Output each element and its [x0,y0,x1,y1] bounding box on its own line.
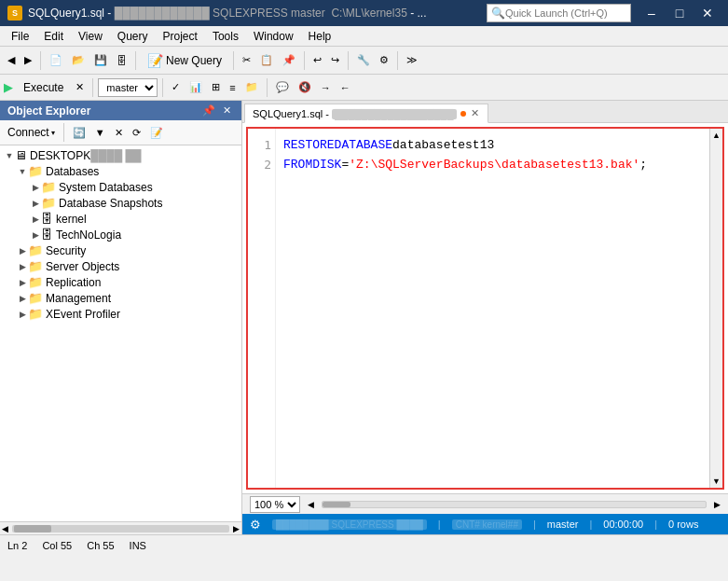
filter-clear-button[interactable]: ✕ [111,125,127,141]
open-button[interactable]: 📂 [68,51,89,69]
vertical-scrollbar[interactable]: ▲ ▼ [709,129,722,488]
oe-scroll-right-btn[interactable]: ▶ [231,524,241,533]
close-button[interactable]: ✕ [694,4,721,22]
tree-item-replication[interactable]: ▶ 📁 Replication [0,274,241,290]
quick-launch-box[interactable]: 🔍 [487,4,631,22]
tree-item-databases[interactable]: ▼ 📁 Databases [0,163,241,179]
back-button[interactable]: ◀ [4,51,19,69]
menu-edit[interactable]: Edit [36,28,71,45]
separator-4 [304,51,305,70]
horizontal-scroll-track[interactable] [322,501,707,508]
redo-button[interactable]: ↪ [327,51,343,69]
undo-button[interactable]: ↩ [309,51,325,69]
code-editor[interactable]: RESTORE DATABASE databasetest13 FROM DIS… [276,129,709,488]
from-keyword: FROM [283,156,312,175]
oe-scroll-thumb [14,525,51,533]
cut-button[interactable]: ✂ [239,51,254,69]
active-tab[interactable]: SQLQuery1.sql - ██████████████████ ✕ [244,104,488,123]
minimize-button[interactable]: – [639,4,665,22]
quick-launch-input[interactable] [505,7,626,19]
status-sep-3: | [589,519,592,530]
refresh-button[interactable]: 🔄 [69,125,89,141]
status-col: Col 55 [42,540,72,551]
file-results-button[interactable]: 📁 [241,78,262,96]
tree-item-db-snapshots[interactable]: ▶ 📁 Database Snapshots [0,195,241,211]
replication-icon: 📁 [28,275,43,289]
forward-button[interactable]: ▶ [21,51,35,69]
tree-item-xevent-profiler[interactable]: ▶ 📁 XEvent Profiler [0,306,241,322]
server-icon: 🖥 [15,148,27,162]
object-explorer-title: Object Explorer [7,104,90,118]
indent-button[interactable]: → [317,79,335,96]
debug-button[interactable]: 🔧 [353,51,374,69]
tree-item-technoLogia[interactable]: ▶ 🗄 TechNoLogia [0,227,241,242]
oe-scroll-left-btn[interactable]: ◀ [0,524,10,533]
tree-item-system-databases[interactable]: ▶ 📁 System Databases [0,179,241,195]
management-label: Management [46,292,111,305]
app-status-bar: Ln 2 Col 55 Ch 55 INS [0,534,728,555]
tree-item-server-objects[interactable]: ▶ 📁 Server Objects [0,258,241,274]
oe-sep-1 [63,123,64,142]
new-query-oe-button[interactable]: 📝 [146,125,167,141]
db-snapshots-icon: 📁 [41,196,56,210]
execute-button[interactable]: Execute [17,78,70,97]
uncomment-button[interactable]: 🔇 [295,78,315,96]
tab-close-button[interactable]: ✕ [470,107,480,119]
replication-label: Replication [46,276,101,289]
settings-button[interactable]: ⚙ [376,51,392,69]
parse-button[interactable]: ✓ [168,78,184,96]
menu-help[interactable]: Help [301,28,339,45]
oe-close-button[interactable]: ✕ [220,104,234,118]
techNoLogia-expand-icon: ▶ [30,229,41,241]
paste-button[interactable]: 📌 [279,51,299,69]
save-button[interactable]: 💾 [90,51,111,69]
separator-3 [233,51,234,70]
tree-item-security[interactable]: ▶ 📁 Security [0,242,241,258]
menu-project[interactable]: Project [156,28,205,45]
oe-pin-button[interactable]: 📌 [199,104,218,118]
outdent-button[interactable]: ← [337,79,354,96]
server-node[interactable]: ▼ 🖥 DESKTOPK████ ██ [0,147,241,163]
scroll-up-btn[interactable]: ▲ [710,129,722,142]
database-selector[interactable]: master [98,78,158,97]
scroll-left-btn[interactable]: ◀ [308,500,314,509]
save-all-button[interactable]: 🗄 [113,52,130,69]
status-mode: INS [130,540,146,551]
menu-query[interactable]: Query [110,28,156,45]
filter-button[interactable]: ▼ [91,125,109,140]
tab-modified-indicator [460,111,466,117]
line-numbers: 1 2 [248,129,276,488]
oe-scroll-track[interactable] [12,525,229,533]
main-layout: Object Explorer 📌 ✕ Connect ▾ 🔄 ▼ ✕ ⟳ 📝 … [0,101,728,534]
cancel-query-button[interactable]: ✕ [72,78,88,96]
grid-button[interactable]: ⊞ [208,78,224,96]
separator-9 [267,78,268,97]
database-keyword: DATABASE [335,136,392,156]
management-expand-icon: ▶ [17,293,28,304]
text-button[interactable]: ≡ [226,79,239,96]
line-num-2: 2 [259,156,271,175]
menu-file[interactable]: File [4,28,36,45]
results-button[interactable]: 📊 [185,78,206,96]
status-rows: 0 rows [668,519,698,530]
scroll-down-btn[interactable]: ▼ [710,475,722,488]
new-file-button[interactable]: 📄 [46,51,66,69]
kernel-expand-icon: ▶ [30,214,41,225]
scroll-right-btn[interactable]: ▶ [714,500,721,509]
maximize-button[interactable]: □ [666,4,693,22]
tree-item-management[interactable]: ▶ 📁 Management [0,290,241,306]
menu-view[interactable]: View [71,28,110,45]
comment-button[interactable]: 💬 [272,78,293,96]
separator-2 [135,51,136,70]
menu-window[interactable]: Window [246,28,301,45]
zoom-selector[interactable]: 100 % [250,496,300,513]
tree-item-kernel[interactable]: ▶ 🗄 kernel [0,211,241,227]
copy-button[interactable]: 📋 [256,51,277,69]
title-server-blurred: ████████████ SQLEXPRESS master C:\ML\ker… [115,7,407,20]
new-query-button[interactable]: 📝 New Query [141,50,228,71]
more-button[interactable]: ≫ [403,51,421,69]
connect-button[interactable]: Connect ▾ [4,125,59,140]
menu-tools[interactable]: Tools [205,28,246,45]
sync-button[interactable]: ⟳ [129,125,144,141]
oe-horizontal-scrollbar[interactable]: ◀ ▶ [0,521,241,534]
